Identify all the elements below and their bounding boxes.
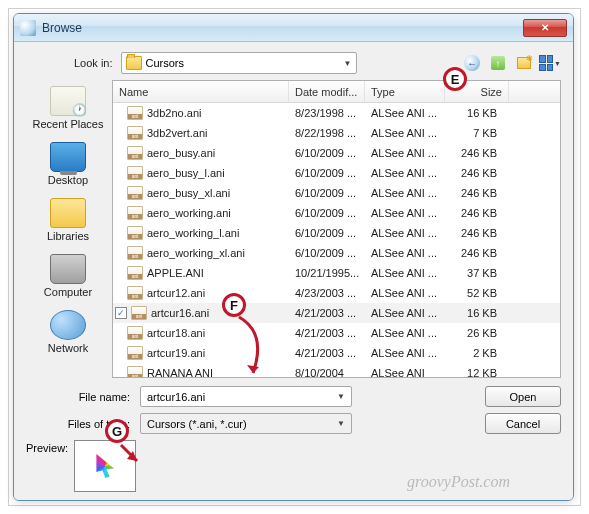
places-bar: Recent Places Desktop Libraries Computer… <box>26 80 110 378</box>
file-name: aero_busy_l.ani <box>147 167 225 179</box>
up-arrow-icon: ↑ <box>491 56 505 70</box>
file-name: aero_working_l.ani <box>147 227 239 239</box>
place-libraries[interactable]: Libraries <box>26 196 110 244</box>
file-row[interactable]: ✓artcur18.ani4/21/2003 ...ALSee ANI ...2… <box>113 323 560 343</box>
file-size: 26 KB <box>445 327 503 339</box>
file-row[interactable]: ✓aero_working_l.ani6/10/2009 ...ALSee AN… <box>113 223 560 243</box>
file-icon <box>127 186 143 200</box>
file-row[interactable]: ✓aero_busy_l.ani6/10/2009 ...ALSee ANI .… <box>113 163 560 183</box>
column-type[interactable]: Type <box>365 81 445 102</box>
file-name: aero_busy.ani <box>147 147 215 159</box>
place-computer[interactable]: Computer <box>26 252 110 300</box>
file-date: 8/23/1998 ... <box>289 107 365 119</box>
file-row[interactable]: ✓3db2no.ani8/23/1998 ...ALSee ANI ...16 … <box>113 103 560 123</box>
file-icon <box>131 306 147 320</box>
up-button[interactable]: ↑ <box>487 52 509 74</box>
view-menu-button[interactable]: ▼ <box>539 52 561 74</box>
folder-icon <box>126 56 142 70</box>
file-date: 6/10/2009 ... <box>289 167 365 179</box>
preview-label: Preview: <box>26 440 68 454</box>
column-name[interactable]: Name <box>113 81 289 102</box>
place-desktop[interactable]: Desktop <box>26 140 110 188</box>
file-size: 37 KB <box>445 267 503 279</box>
browse-dialog: Browse ✕ Look in: Cursors ▼ ← ↑ ▼ Recent… <box>13 13 574 501</box>
file-type: ALSee ANI ... <box>365 327 445 339</box>
place-network[interactable]: Network <box>26 308 110 356</box>
filetype-combo[interactable]: Cursors (*.ani, *.cur) ▼ <box>140 413 352 434</box>
file-row[interactable]: ✓aero_busy_xl.ani6/10/2009 ...ALSee ANI … <box>113 183 560 203</box>
file-date: 6/10/2009 ... <box>289 227 365 239</box>
column-date[interactable]: Date modif... <box>289 81 365 102</box>
file-type: ALSee ANI ... <box>365 347 445 359</box>
file-size: 12 KB <box>445 367 503 378</box>
file-size: 52 KB <box>445 287 503 299</box>
file-size: 246 KB <box>445 227 503 239</box>
file-row[interactable]: ✓aero_working.ani6/10/2009 ...ALSee ANI … <box>113 203 560 223</box>
file-name: 3db2no.ani <box>147 107 201 119</box>
lookin-combo[interactable]: Cursors ▼ <box>121 52 357 74</box>
desktop-icon <box>50 142 86 172</box>
file-name: artcur16.ani <box>151 307 209 319</box>
file-name: 3db2vert.ani <box>147 127 208 139</box>
file-icon <box>127 106 143 120</box>
file-icon <box>127 266 143 280</box>
file-type: ALSee ANI ... <box>365 207 445 219</box>
file-type: ALSee ANI ... <box>365 187 445 199</box>
file-size: 2 KB <box>445 347 503 359</box>
file-name: aero_working.ani <box>147 207 231 219</box>
file-size: 246 KB <box>445 167 503 179</box>
lookin-value: Cursors <box>146 57 185 69</box>
file-icon <box>127 366 143 378</box>
file-row[interactable]: ✓artcur12.ani4/23/2003 ...ALSee ANI ...5… <box>113 283 560 303</box>
file-icon <box>127 206 143 220</box>
back-icon: ← <box>464 55 480 71</box>
filename-input[interactable]: artcur16.ani ▼ <box>140 386 352 407</box>
file-row[interactable]: ✓RANANA ANI8/10/2004ALSee ANI12 KB <box>113 363 560 378</box>
file-size: 246 KB <box>445 247 503 259</box>
file-type: ALSee ANI ... <box>365 307 445 319</box>
lookin-label: Look in: <box>74 57 113 69</box>
file-icon <box>127 346 143 360</box>
back-button[interactable]: ← <box>461 52 483 74</box>
file-type: ALSee ANI ... <box>365 267 445 279</box>
cancel-button[interactable]: Cancel <box>485 413 561 434</box>
file-row[interactable]: ✓aero_working_xl.ani6/10/2009 ...ALSee A… <box>113 243 560 263</box>
file-size: 16 KB <box>445 307 503 319</box>
file-type: ALSee ANI <box>365 367 445 378</box>
preview-box <box>74 440 136 492</box>
app-icon <box>20 20 36 36</box>
titlebar: Browse ✕ <box>14 14 573 42</box>
file-row[interactable]: ✓artcur19.ani4/21/2003 ...ALSee ANI ...2… <box>113 343 560 363</box>
computer-icon <box>50 254 86 284</box>
file-date: 6/10/2009 ... <box>289 187 365 199</box>
column-size[interactable]: Size <box>445 81 509 102</box>
file-name: artcur18.ani <box>147 327 205 339</box>
column-headers: Name Date modif... Type Size <box>113 81 560 103</box>
file-row[interactable]: ✓3db2vert.ani8/22/1998 ...ALSee ANI ...7… <box>113 123 560 143</box>
file-type: ALSee ANI ... <box>365 127 445 139</box>
file-icon <box>127 326 143 340</box>
close-button[interactable]: ✕ <box>523 19 567 37</box>
file-date: 6/10/2009 ... <box>289 147 365 159</box>
file-name: artcur12.ani <box>147 287 205 299</box>
file-size: 246 KB <box>445 187 503 199</box>
file-row[interactable]: ✓artcur16.ani4/21/2003 ...ALSee ANI ...1… <box>113 303 560 323</box>
file-size: 16 KB <box>445 107 503 119</box>
filetype-label: Files of type: <box>26 418 132 430</box>
file-type: ALSee ANI ... <box>365 247 445 259</box>
chevron-down-icon: ▼ <box>337 392 345 401</box>
file-date: 6/10/2009 ... <box>289 207 365 219</box>
open-button[interactable]: Open <box>485 386 561 407</box>
place-recent[interactable]: Recent Places <box>26 84 110 132</box>
file-row[interactable]: ✓APPLE.ANI10/21/1995...ALSee ANI ...37 K… <box>113 263 560 283</box>
file-icon <box>127 126 143 140</box>
filename-label: File name: <box>26 391 132 403</box>
file-row[interactable]: ✓aero_busy.ani6/10/2009 ...ALSee ANI ...… <box>113 143 560 163</box>
file-type: ALSee ANI ... <box>365 147 445 159</box>
filename-value: artcur16.ani <box>147 391 205 403</box>
chevron-down-icon: ▼ <box>337 419 345 428</box>
file-type: ALSee ANI ... <box>365 167 445 179</box>
new-folder-button[interactable] <box>513 52 535 74</box>
checkbox-icon[interactable]: ✓ <box>115 307 127 319</box>
view-icon <box>539 55 553 71</box>
